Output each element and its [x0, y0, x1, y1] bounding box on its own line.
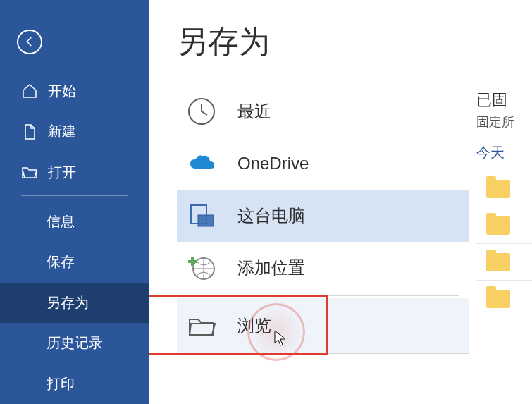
- sidebar-divider: [21, 195, 128, 196]
- location-label: 添加位置: [237, 257, 305, 279]
- pinned-subtext: 固定所: [476, 114, 532, 130]
- sidebar-item-history[interactable]: 历史记录: [0, 323, 149, 363]
- pinned-heading: 已固: [476, 90, 532, 111]
- sidebar-item-label: 打开: [48, 163, 76, 182]
- folder-row[interactable]: [476, 207, 532, 244]
- sidebar-item-label: 打印: [47, 374, 75, 393]
- sidebar-item-open[interactable]: 打开: [0, 152, 149, 192]
- folder-icon: [486, 180, 510, 198]
- home-icon: [21, 82, 38, 99]
- content-columns: 最近 OneDrive 这台电脑: [177, 85, 532, 404]
- new-file-icon: [21, 123, 38, 140]
- location-this-pc[interactable]: 这台电脑: [177, 190, 469, 242]
- svg-rect-2: [198, 215, 214, 226]
- location-recent[interactable]: 最近: [177, 85, 469, 137]
- folder-icon: [486, 253, 510, 271]
- location-onedrive[interactable]: OneDrive: [177, 137, 469, 190]
- folder-row[interactable]: [476, 244, 532, 281]
- add-place-icon: [187, 253, 216, 283]
- sidebar-item-label: 另存为: [47, 293, 89, 312]
- right-panel: 已固 固定所 今天: [476, 85, 532, 404]
- location-label: 这台电脑: [237, 204, 305, 227]
- sidebar-item-label: 保存: [47, 252, 75, 271]
- sidebar-item-new[interactable]: 新建: [0, 111, 149, 152]
- location-browse[interactable]: 浏览: [177, 298, 469, 354]
- folder-icon: [486, 290, 510, 308]
- app-root: 开始 新建 打开 信息 保存 另存为 历史记录 打印: [0, 0, 532, 404]
- folder-row[interactable]: [476, 281, 532, 317]
- location-add-place[interactable]: 添加位置: [177, 242, 469, 294]
- sidebar-item-home[interactable]: 开始: [0, 71, 149, 111]
- location-label: OneDrive: [237, 154, 309, 173]
- sidebar-item-label: 历史记录: [47, 333, 103, 353]
- sidebar-item-print[interactable]: 打印: [0, 364, 149, 404]
- main-content: 另存为 最近 OneDrive: [149, 0, 532, 404]
- arrow-left-icon: [23, 35, 36, 48]
- sidebar-item-save[interactable]: 保存: [0, 242, 149, 282]
- clock-icon: [187, 97, 216, 126]
- location-label: 浏览: [237, 314, 271, 337]
- sidebar-item-info[interactable]: 信息: [0, 202, 149, 242]
- open-folder-icon: [21, 164, 38, 180]
- back-button[interactable]: [17, 30, 42, 54]
- location-label: 最近: [237, 100, 271, 123]
- sidebar-item-saveas[interactable]: 另存为: [0, 283, 149, 323]
- backstage-sidebar: 开始 新建 打开 信息 保存 另存为 历史记录 打印: [0, 0, 149, 404]
- sidebar-item-label: 新建: [48, 122, 76, 141]
- location-divider: [187, 295, 459, 296]
- folder-icon: [486, 216, 510, 235]
- sidebar-item-label: 开始: [48, 82, 76, 101]
- sidebar-item-label: 信息: [47, 212, 75, 231]
- today-heading: 今天: [476, 143, 532, 162]
- location-list: 最近 OneDrive 这台电脑: [177, 85, 469, 404]
- page-title: 另存为: [177, 21, 532, 63]
- folder-row[interactable]: [476, 171, 532, 207]
- folder-icon: [187, 311, 216, 341]
- pc-icon: [187, 201, 216, 231]
- onedrive-icon: [187, 149, 216, 178]
